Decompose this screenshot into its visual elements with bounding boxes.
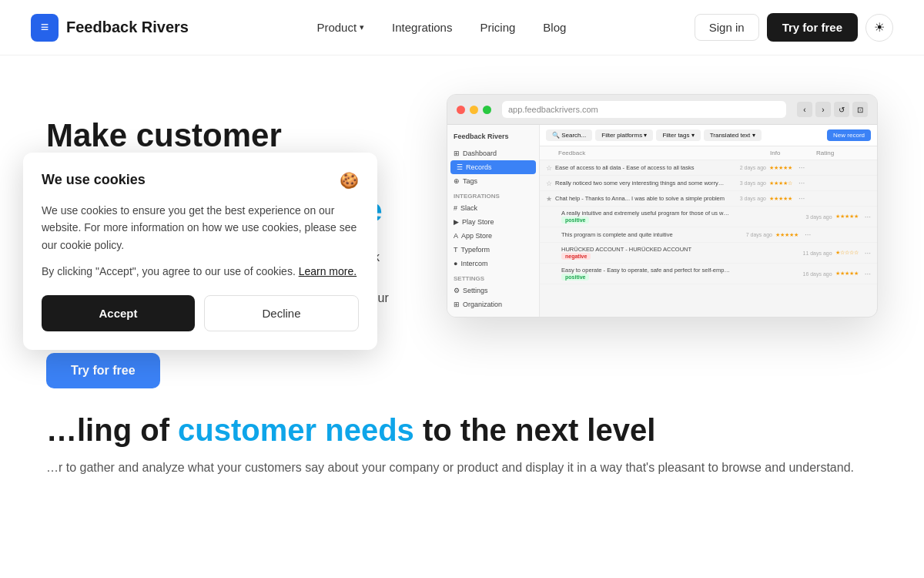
appstore-icon: A (454, 232, 458, 240)
nav-bookmark-button[interactable]: ⊡ (852, 102, 868, 117)
cookie-actions: Accept Decline (42, 295, 359, 331)
window-nav-actions: ‹ › ↺ ⊡ (797, 102, 868, 117)
try-free-button[interactable]: Try for free (767, 13, 858, 42)
nav-pricing[interactable]: Pricing (469, 15, 526, 40)
decline-button[interactable]: Decline (204, 295, 359, 331)
dashboard-icon: ⊞ (454, 150, 460, 157)
nav-refresh-button[interactable]: ↺ (834, 102, 849, 117)
sidebar-item-playstore[interactable]: ▶Play Store (447, 215, 539, 229)
star-icon: ★ (546, 195, 552, 203)
cookie-icon: 🍪 (340, 171, 359, 190)
star-icon: ☆ (546, 180, 552, 187)
rating-stars: ★★★★★ (775, 232, 798, 238)
rating-stars: ★★★★★ (835, 271, 859, 277)
window-bar: app.feedbackrivers.com ‹ › ↺ ⊡ (447, 95, 877, 125)
sidebar-item-settings[interactable]: ⚙Settings (447, 284, 539, 297)
sidebar-item-typeform[interactable]: TTypeform (447, 243, 539, 257)
nav-forward-button[interactable]: › (815, 102, 831, 117)
cookie-title: We use cookies (42, 172, 146, 188)
window-maximize-dot (483, 106, 491, 114)
playstore-icon: ▶ (454, 218, 459, 226)
integrations-section-header: INTEGRATIONS (447, 188, 539, 201)
sidebar-item-records[interactable]: ☰Records (450, 160, 536, 174)
feedback-table: Feedback Info Rating ☆ Ease of access to… (540, 146, 877, 284)
bottom-description: …r to gather and analyze what your custo… (46, 458, 878, 478)
sidebar-item-slack[interactable]: #Slack (447, 201, 539, 215)
positive-badge: positive (561, 274, 589, 281)
filter-tags-btn[interactable]: Filter tags ▾ (656, 129, 700, 141)
sidebar-item-appstore[interactable]: AApp Store (447, 229, 539, 243)
table-header: Feedback Info Rating (540, 146, 877, 160)
search-toolbar-btn[interactable]: 🔍 Search... (546, 129, 592, 141)
row-menu-icon[interactable]: ··· (865, 270, 871, 278)
row-menu-icon[interactable]: ··· (865, 249, 871, 257)
nav-actions: Sign in Try for free ☀ (695, 13, 893, 42)
chevron-down-icon: ▾ (360, 22, 364, 32)
row-menu-icon[interactable]: ··· (805, 230, 811, 239)
new-record-btn[interactable]: New record (827, 129, 871, 141)
filter-platforms-btn[interactable]: Filter platforms ▾ (595, 129, 653, 141)
star-icon: ☆ (546, 164, 552, 172)
table-row: Easy to operate - Easy to operate, safe … (540, 264, 877, 284)
settings-icon: ⚙ (454, 287, 460, 294)
table-row: A really intuitive and extremely useful … (540, 207, 877, 227)
signin-button[interactable]: Sign in (695, 14, 759, 41)
app-body: Feedback Rivers ⊞Dashboard ☰Records ⊕Tag… (447, 125, 877, 318)
table-row: ★ Chat help - Thanks to Anna... I was ab… (540, 191, 877, 207)
cookie-header: We use cookies 🍪 (42, 171, 359, 190)
org-icon: ⊞ (454, 301, 460, 308)
nav-integrations[interactable]: Integrations (381, 15, 463, 40)
intercom-icon: ● (454, 260, 457, 267)
main-toolbar: 🔍 Search... Filter platforms ▾ Filter ta… (540, 125, 877, 146)
bottom-section: …ling of customer needs to the next leve… (0, 396, 924, 478)
row-menu-icon[interactable]: ··· (798, 194, 805, 203)
sun-icon: ☀ (874, 20, 885, 35)
row-menu-icon[interactable]: ··· (798, 163, 805, 172)
navbar: ≡ Feedback Rivers Product ▾ Integrations… (0, 0, 924, 55)
row-menu-icon[interactable]: ··· (865, 213, 871, 221)
logo-text: Feedback Rivers (66, 18, 189, 36)
sidebar: Feedback Rivers ⊞Dashboard ☰Records ⊕Tag… (447, 125, 540, 318)
positive-badge: positive (561, 217, 589, 223)
table-row: ☆ Ease of access to all data - Ease of a… (540, 160, 877, 176)
window-close-dot (457, 106, 465, 114)
nav-blog[interactable]: Blog (532, 15, 577, 40)
learn-more-link[interactable]: Learn more. (299, 265, 357, 277)
table-row: HURÜCKED ACCOUNT - HURÜCKED ACCOUNT nega… (540, 243, 877, 264)
app-window: app.feedbackrivers.com ‹ › ↺ ⊡ Feedback … (447, 94, 878, 318)
records-icon: ☰ (457, 163, 463, 171)
cookie-text-1: We use cookies to ensure you get the bes… (42, 202, 359, 254)
app-mockup: app.feedbackrivers.com ‹ › ↺ ⊡ Feedback … (447, 94, 878, 318)
cookie-banner: We use cookies 🍪 We use cookies to ensur… (23, 153, 377, 351)
main-content: 🔍 Search... Filter platforms ▾ Filter ta… (540, 125, 877, 318)
cookie-text-2: By clicking "Accept", you agree to our u… (42, 263, 359, 280)
negative-badge: negative (561, 253, 591, 260)
hero-cta-button[interactable]: Try for free (46, 353, 160, 388)
table-row: This program is complete and quite intui… (540, 227, 877, 243)
tags-icon: ⊕ (454, 177, 460, 185)
translated-text-btn[interactable]: Translated text ▾ (704, 129, 762, 141)
sidebar-item-tags[interactable]: ⊕Tags (447, 174, 539, 188)
rating-stars: ★★★★☆ (769, 180, 792, 187)
row-menu-icon[interactable]: ··· (798, 179, 805, 187)
sidebar-item-intercom[interactable]: ●Intercom (447, 257, 539, 271)
sidebar-item-org[interactable]: ⊞Organization (447, 297, 539, 311)
rating-stars: ★★★★★ (769, 196, 792, 202)
theme-toggle-button[interactable]: ☀ (865, 14, 893, 42)
nav-back-button[interactable]: ‹ (797, 102, 812, 117)
nav-links: Product ▾ Integrations Pricing Blog (306, 15, 577, 40)
logo[interactable]: ≡ Feedback Rivers (31, 14, 189, 42)
typeform-icon: T (454, 246, 458, 254)
hero-section: Make customer feedback visible and actio… (0, 55, 924, 388)
nav-product[interactable]: Product ▾ (306, 15, 375, 40)
sidebar-item-dashboard[interactable]: ⊞Dashboard (447, 146, 539, 160)
accept-button[interactable]: Accept (42, 295, 195, 331)
window-minimize-dot (470, 106, 478, 114)
sidebar-logo: Feedback Rivers (447, 129, 539, 143)
rating-stars: ★☆☆☆☆ (835, 250, 859, 256)
slack-icon: # (454, 204, 457, 212)
bottom-title: …ling of customer needs to the next leve… (46, 412, 878, 449)
url-bar: app.feedbackrivers.com (502, 101, 786, 118)
settings-section-header: SETTINGS (447, 271, 539, 284)
logo-icon: ≡ (31, 14, 59, 42)
